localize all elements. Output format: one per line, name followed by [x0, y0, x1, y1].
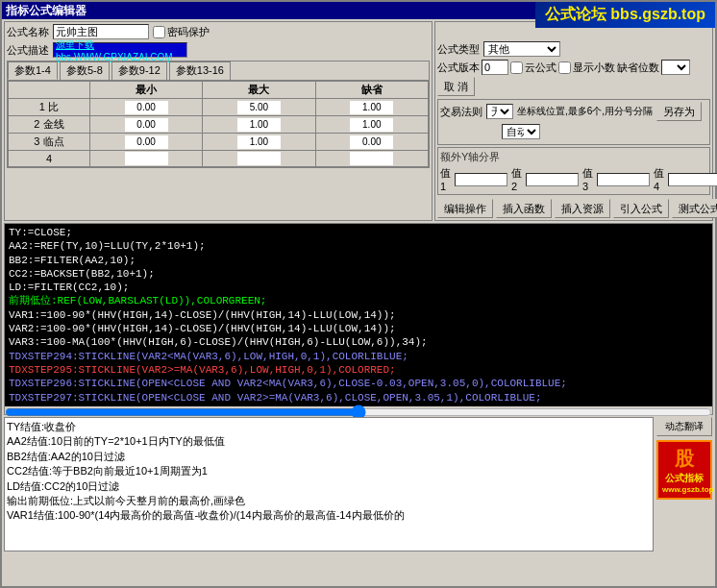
desc-line-0: TY结值:收盘价 [7, 420, 651, 434]
formula-line-4: LD:=FILTER(CC2,10); [9, 281, 708, 294]
y-axis-val1-input[interactable] [455, 173, 507, 186]
auto-select[interactable]: 自动 [502, 124, 540, 139]
y-axis-title: 额外Y轴分界 [440, 150, 707, 164]
formula-scroll-slider[interactable] [5, 408, 712, 416]
desc-line-2: BB2结值:AA2的10日过滤 [7, 450, 651, 464]
param-min-2[interactable] [125, 118, 168, 132]
param-row-3: 3 临点 [9, 134, 429, 151]
param-row-2: 2 金线 [9, 116, 429, 134]
y-axis-val4-input[interactable] [668, 173, 717, 186]
formula-line-3: CC2:=BACKSET(BB2,10+1); [9, 267, 708, 281]
formula-line-9: TDXSTEP294:STICKLINE(VAR2<MA(VAR3,6),LOW… [9, 350, 708, 363]
y-axis-val4-label: 值4 [654, 166, 664, 192]
formula-type-label: 公式类型 [437, 42, 480, 57]
param-row-4: 4 [9, 151, 429, 167]
formula-name-label: 公式名称 [7, 25, 49, 39]
desc-line-5: 输出前期低位:上式以前今天整月前的最高价,画绿色 [7, 494, 651, 508]
cancel-button[interactable]: 取 消 [437, 77, 475, 96]
param-max-2[interactable] [237, 118, 281, 132]
param-num-2: 2 金线 [9, 116, 90, 134]
param-default-1[interactable] [350, 101, 393, 114]
default-digits-label: 缺省位数 [617, 61, 659, 75]
param-col-num [9, 82, 90, 99]
formula-line-5: 前期低位:REF(LOW,BARSLAST(LD)),COLORGREEN; [9, 294, 708, 307]
param-default-2[interactable] [350, 118, 393, 132]
watermark-banner: 公式论坛 bbs.gszb.top [535, 2, 715, 28]
param-max-1[interactable] [237, 101, 281, 114]
formula-line-11: TDXSTEP296:STICKLINE(OPEN<CLOSE AND VAR2… [9, 377, 708, 390]
import-formula-button[interactable]: 引入公式 [613, 199, 669, 218]
param-num-1: 1 比 [9, 99, 90, 116]
formula-line-0: TY:=CLOSE; [9, 226, 708, 239]
window-title: 指标公式编辑器 [6, 3, 87, 19]
param-row-1: 1 比 [9, 99, 429, 116]
param-tab-13-16[interactable]: 参数13-16 [169, 61, 231, 80]
logo-url: www.gszb.top [662, 485, 706, 494]
formula-type-select[interactable]: 其他 [483, 41, 560, 57]
param-default-4[interactable] [350, 152, 393, 165]
param-min-1[interactable] [125, 101, 168, 114]
desc-line-1: AA2结值:10日前的TY=2*10+1日内TY的最低值 [7, 434, 651, 449]
desc-panel: TY结值:收盘价AA2结值:10日前的TY=2*10+1日内TY的最低值BB2结… [4, 417, 654, 551]
param-col-min: 最小 [89, 82, 202, 99]
formula-desc-input[interactable]: 源里下载bbs.WWW.GPXIAZAI.COM [53, 42, 187, 58]
formula-line-12: TDXSTEP297:STICKLINE(OPEN<CLOSE AND VAR2… [9, 391, 708, 404]
cloud-formula-label: 云公式 [510, 61, 556, 75]
formula-line-2: BB2:=FILTER(AA2,10); [9, 254, 708, 267]
formula-scrollbar[interactable] [5, 406, 712, 414]
y-axis-val3-input[interactable] [597, 173, 650, 186]
edit-ops-button[interactable]: 编辑操作 [437, 199, 493, 218]
show-small-label: 显示小数 [558, 61, 615, 75]
cloud-formula-checkbox[interactable] [510, 61, 523, 74]
param-min-3[interactable] [125, 135, 168, 149]
insert-func-button[interactable]: 插入函数 [496, 199, 552, 218]
coords-label: 坐标线位置,最多6个,用分号分隔 [517, 105, 653, 118]
trade-label: 交易法则 [440, 105, 482, 119]
logo-char: 股 [662, 446, 706, 472]
y-axis-val1-label: 值1 [440, 166, 451, 192]
desc-line-4: LD结值:CC2的10日过滤 [7, 479, 651, 494]
param-num-3: 3 临点 [9, 134, 90, 151]
save-as-button[interactable]: 另存为 [656, 102, 702, 121]
show-small-checkbox[interactable] [558, 61, 571, 74]
trade-rule-select[interactable]: 无 [486, 104, 513, 119]
y-axis-val2-input[interactable] [526, 173, 579, 186]
y-axis-val3-label: 值3 [582, 166, 593, 192]
param-num-4: 4 [9, 151, 90, 167]
password-checkbox-label: 密码保护 [153, 25, 210, 39]
y-axis-val2-label: 值2 [511, 166, 522, 192]
formula-line-10: TDXSTEP295:STICKLINE(VAR2>=MA(VAR3,6),LO… [9, 363, 708, 377]
param-max-4[interactable] [237, 152, 281, 165]
formula-editor[interactable]: TY:=CLOSE;AA2:=REF(TY,10)=LLU(TY,2*10+1)… [5, 224, 712, 406]
param-min-4[interactable] [125, 152, 168, 165]
formula-version-input[interactable] [482, 60, 508, 75]
translate-panel: 动态翻译 股 公式指标 www.gszb.top [655, 417, 713, 551]
formula-line-6: VAR1:=100-90*(HHV(HIGH,14)-CLOSE)/(HHV(H… [9, 308, 708, 322]
formula-line-7: VAR2:=100-90*(HHV(HIGH,14)-CLOSE)/(HHV(H… [9, 322, 708, 335]
watermark-text: 公式论坛 bbs.gszb.top [545, 6, 705, 22]
logo-brand: 公式指标 [662, 472, 706, 485]
desc-line-3: CC2结值:等于BB2向前最近10+1周期置为1 [7, 464, 651, 478]
param-tab-9-12[interactable]: 参数9-12 [111, 61, 167, 80]
formula-line-8: VAR3:=100-MA(100*(HHV(HIGH,6)-CLOSE)/(HH… [9, 335, 708, 349]
param-col-max: 最大 [203, 82, 315, 99]
formula-version-label: 公式版本 [437, 61, 480, 75]
password-checkbox[interactable] [153, 26, 165, 38]
formula-line-1: AA2:=REF(TY,10)=LLU(TY,2*10+1); [9, 239, 708, 253]
test-formula-button[interactable]: 测式公式 [672, 199, 717, 218]
param-max-3[interactable] [237, 135, 281, 149]
desc-line-6: VAR1结值:100-90*(14内最高价的最高值-收盘价)/(14内最高价的最… [7, 508, 651, 523]
param-tab-5-8[interactable]: 参数5-8 [60, 61, 110, 80]
param-col-default: 缺省 [315, 82, 428, 99]
formula-desc-label: 公式描述 [7, 43, 49, 58]
default-digits-select[interactable] [661, 60, 690, 75]
translate-button[interactable]: 动态翻译 [656, 417, 712, 436]
param-tab-1-4[interactable]: 参数1-4 [8, 61, 58, 80]
insert-source-button[interactable]: 插入资源 [555, 199, 610, 218]
param-default-3[interactable] [350, 135, 393, 149]
